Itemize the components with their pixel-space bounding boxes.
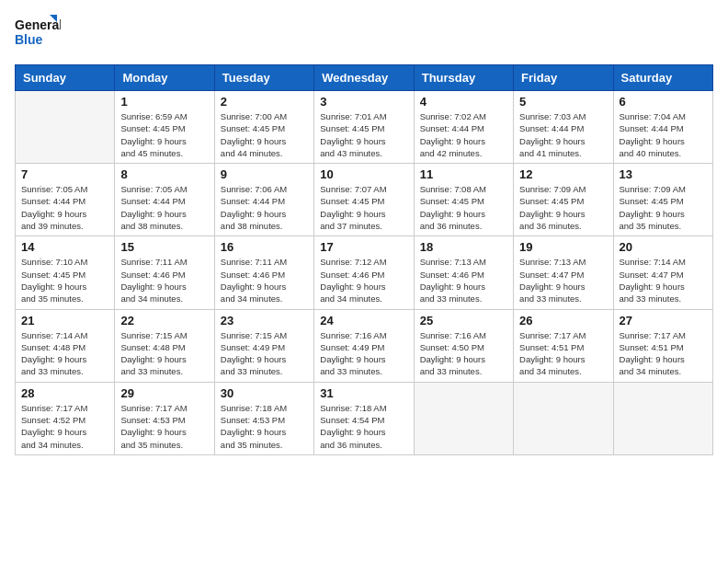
day-info: Sunrise: 7:11 AM Sunset: 4:46 PM Dayligh… <box>120 256 208 304</box>
day-number: 17 <box>320 240 407 254</box>
calendar-cell: 25Sunrise: 7:16 AM Sunset: 4:50 PM Dayli… <box>414 309 513 382</box>
calendar-week-row: 1Sunrise: 6:59 AM Sunset: 4:45 PM Daylig… <box>16 91 713 164</box>
day-number: 1 <box>120 95 208 109</box>
calendar-cell: 6Sunrise: 7:04 AM Sunset: 4:44 PM Daylig… <box>613 91 712 164</box>
day-number: 2 <box>221 95 308 109</box>
weekday-header-monday: Monday <box>115 65 214 91</box>
calendar-week-row: 14Sunrise: 7:10 AM Sunset: 4:45 PM Dayli… <box>16 236 713 309</box>
weekday-header-sunday: Sunday <box>16 65 115 91</box>
day-info: Sunrise: 7:06 AM Sunset: 4:44 PM Dayligh… <box>221 183 308 232</box>
day-info: Sunrise: 7:11 AM Sunset: 4:46 PM Dayligh… <box>221 256 308 304</box>
day-info: Sunrise: 7:13 AM Sunset: 4:47 PM Dayligh… <box>519 256 607 304</box>
day-info: Sunrise: 7:12 AM Sunset: 4:46 PM Dayligh… <box>320 256 407 304</box>
day-number: 21 <box>21 314 108 327</box>
day-number: 31 <box>320 386 407 400</box>
calendar-cell: 14Sunrise: 7:10 AM Sunset: 4:45 PM Dayli… <box>16 236 115 309</box>
day-info: Sunrise: 7:02 AM Sunset: 4:44 PM Dayligh… <box>420 110 507 159</box>
weekday-header-saturday: Saturday <box>613 65 712 91</box>
day-info: Sunrise: 7:18 AM Sunset: 4:53 PM Dayligh… <box>221 402 308 451</box>
day-number: 9 <box>221 167 308 181</box>
calendar-cell <box>414 382 513 454</box>
day-number: 12 <box>519 167 607 181</box>
day-info: Sunrise: 7:15 AM Sunset: 4:48 PM Dayligh… <box>120 329 208 378</box>
calendar-table: SundayMondayTuesdayWednesdayThursdayFrid… <box>15 64 713 455</box>
day-info: Sunrise: 7:01 AM Sunset: 4:45 PM Dayligh… <box>320 110 407 159</box>
calendar-cell: 20Sunrise: 7:14 AM Sunset: 4:47 PM Dayli… <box>613 236 712 309</box>
day-info: Sunrise: 7:17 AM Sunset: 4:51 PM Dayligh… <box>519 329 607 378</box>
day-info: Sunrise: 7:13 AM Sunset: 4:46 PM Dayligh… <box>420 256 507 304</box>
calendar-cell: 29Sunrise: 7:17 AM Sunset: 4:53 PM Dayli… <box>115 382 214 454</box>
day-info: Sunrise: 7:09 AM Sunset: 4:45 PM Dayligh… <box>620 183 707 232</box>
calendar-cell: 5Sunrise: 7:03 AM Sunset: 4:44 PM Daylig… <box>514 91 613 164</box>
day-info: Sunrise: 7:05 AM Sunset: 4:44 PM Dayligh… <box>120 183 208 232</box>
calendar-cell: 21Sunrise: 7:14 AM Sunset: 4:48 PM Dayli… <box>16 309 115 382</box>
day-info: Sunrise: 7:16 AM Sunset: 4:50 PM Dayligh… <box>420 329 507 378</box>
day-info: Sunrise: 7:14 AM Sunset: 4:47 PM Dayligh… <box>620 256 707 304</box>
day-info: Sunrise: 7:16 AM Sunset: 4:49 PM Dayligh… <box>320 329 407 378</box>
svg-text:Blue: Blue <box>15 32 43 47</box>
logo: General Blue <box>15 15 61 53</box>
day-number: 24 <box>320 314 407 327</box>
calendar-cell: 22Sunrise: 7:15 AM Sunset: 4:48 PM Dayli… <box>115 309 214 382</box>
svg-text:General: General <box>15 17 61 32</box>
day-info: Sunrise: 7:17 AM Sunset: 4:51 PM Dayligh… <box>620 329 707 378</box>
calendar-cell: 9Sunrise: 7:06 AM Sunset: 4:44 PM Daylig… <box>214 164 313 236</box>
calendar-cell: 8Sunrise: 7:05 AM Sunset: 4:44 PM Daylig… <box>115 164 214 236</box>
day-number: 19 <box>519 240 607 254</box>
day-number: 29 <box>120 386 208 400</box>
calendar-cell: 18Sunrise: 7:13 AM Sunset: 4:46 PM Dayli… <box>414 236 513 309</box>
weekday-header-row: SundayMondayTuesdayWednesdayThursdayFrid… <box>16 65 713 91</box>
day-number: 8 <box>120 167 208 181</box>
day-number: 14 <box>21 240 108 254</box>
weekday-header-thursday: Thursday <box>414 65 513 91</box>
day-number: 20 <box>620 240 707 254</box>
page-header: General Blue <box>15 15 713 53</box>
calendar-cell: 26Sunrise: 7:17 AM Sunset: 4:51 PM Dayli… <box>514 309 613 382</box>
day-info: Sunrise: 7:04 AM Sunset: 4:44 PM Dayligh… <box>620 110 707 159</box>
day-number: 25 <box>420 314 507 327</box>
day-info: Sunrise: 6:59 AM Sunset: 4:45 PM Dayligh… <box>120 110 208 159</box>
calendar-cell: 4Sunrise: 7:02 AM Sunset: 4:44 PM Daylig… <box>414 91 513 164</box>
day-number: 23 <box>221 314 308 327</box>
day-info: Sunrise: 7:00 AM Sunset: 4:45 PM Dayligh… <box>221 110 308 159</box>
calendar-cell: 11Sunrise: 7:08 AM Sunset: 4:45 PM Dayli… <box>414 164 513 236</box>
weekday-header-tuesday: Tuesday <box>214 65 313 91</box>
calendar-cell <box>514 382 613 454</box>
calendar-cell: 12Sunrise: 7:09 AM Sunset: 4:45 PM Dayli… <box>514 164 613 236</box>
calendar-cell: 10Sunrise: 7:07 AM Sunset: 4:45 PM Dayli… <box>314 164 414 236</box>
day-number: 7 <box>21 167 108 181</box>
day-info: Sunrise: 7:07 AM Sunset: 4:45 PM Dayligh… <box>320 183 407 232</box>
day-info: Sunrise: 7:14 AM Sunset: 4:48 PM Dayligh… <box>21 329 108 378</box>
calendar-cell: 27Sunrise: 7:17 AM Sunset: 4:51 PM Dayli… <box>613 309 712 382</box>
day-number: 5 <box>519 95 607 109</box>
day-info: Sunrise: 7:09 AM Sunset: 4:45 PM Dayligh… <box>519 183 607 232</box>
calendar-cell: 13Sunrise: 7:09 AM Sunset: 4:45 PM Dayli… <box>613 164 712 236</box>
calendar-cell: 3Sunrise: 7:01 AM Sunset: 4:45 PM Daylig… <box>314 91 414 164</box>
calendar-cell: 23Sunrise: 7:15 AM Sunset: 4:49 PM Dayli… <box>214 309 313 382</box>
calendar-cell: 17Sunrise: 7:12 AM Sunset: 4:46 PM Dayli… <box>314 236 414 309</box>
day-info: Sunrise: 7:17 AM Sunset: 4:52 PM Dayligh… <box>21 402 108 451</box>
day-info: Sunrise: 7:10 AM Sunset: 4:45 PM Dayligh… <box>21 256 108 304</box>
day-number: 27 <box>620 314 707 327</box>
day-number: 18 <box>420 240 507 254</box>
day-number: 11 <box>420 167 507 181</box>
day-number: 30 <box>221 386 308 400</box>
day-info: Sunrise: 7:17 AM Sunset: 4:53 PM Dayligh… <box>120 402 208 451</box>
day-number: 15 <box>120 240 208 254</box>
calendar-cell: 1Sunrise: 6:59 AM Sunset: 4:45 PM Daylig… <box>115 91 214 164</box>
calendar-cell: 15Sunrise: 7:11 AM Sunset: 4:46 PM Dayli… <box>115 236 214 309</box>
day-number: 4 <box>420 95 507 109</box>
calendar-cell: 24Sunrise: 7:16 AM Sunset: 4:49 PM Dayli… <box>314 309 414 382</box>
calendar-week-row: 28Sunrise: 7:17 AM Sunset: 4:52 PM Dayli… <box>16 382 713 454</box>
calendar-week-row: 7Sunrise: 7:05 AM Sunset: 4:44 PM Daylig… <box>16 164 713 236</box>
day-number: 6 <box>620 95 707 109</box>
weekday-header-wednesday: Wednesday <box>314 65 414 91</box>
calendar-cell <box>16 91 115 164</box>
day-number: 22 <box>120 314 208 327</box>
day-number: 28 <box>21 386 108 400</box>
calendar-cell: 7Sunrise: 7:05 AM Sunset: 4:44 PM Daylig… <box>16 164 115 236</box>
day-number: 3 <box>320 95 407 109</box>
calendar-cell <box>613 382 712 454</box>
calendar-cell: 19Sunrise: 7:13 AM Sunset: 4:47 PM Dayli… <box>514 236 613 309</box>
day-number: 26 <box>519 314 607 327</box>
